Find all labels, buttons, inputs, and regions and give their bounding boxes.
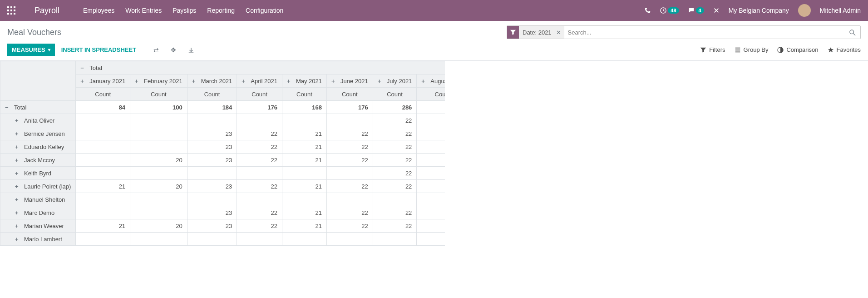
pivot-cell	[373, 233, 417, 246]
nav-menu-employees[interactable]: Employees	[83, 7, 114, 14]
pivot-cell	[76, 193, 130, 206]
expand-icon[interactable]: +	[15, 183, 21, 190]
favorites-button[interactable]: Favorites	[828, 46, 861, 53]
measures-button[interactable]: MEASURES	[7, 44, 55, 56]
col-month-header[interactable]: +August 2021	[417, 74, 445, 88]
row-header[interactable]: +Keith Byrd	[0, 167, 76, 180]
avatar[interactable]	[798, 4, 811, 17]
col-month-header[interactable]: +July 2021	[373, 74, 417, 88]
search-facet: Date: 2021 ✕	[507, 26, 564, 39]
pivot-cell: 23	[187, 219, 237, 233]
phone-icon[interactable]	[645, 7, 651, 14]
count-header: Count	[326, 88, 373, 101]
pivot-cell: 22	[373, 154, 417, 167]
pivot-cell: 22	[237, 127, 282, 140]
pivot-cell: 286	[373, 101, 417, 114]
flip-axis-icon[interactable]: ⇄	[150, 45, 163, 55]
expand-icon[interactable]: +	[15, 170, 21, 177]
expand-icon[interactable]: +	[15, 157, 21, 164]
row-header[interactable]: +Marian Weaver	[0, 219, 76, 233]
expand-icon[interactable]: +	[15, 117, 21, 124]
col-month-header[interactable]: +February 2021	[130, 74, 187, 88]
comparison-button[interactable]: Comparison	[777, 46, 818, 53]
col-month-header[interactable]: +April 2021	[237, 74, 282, 88]
nav-menu-payslips[interactable]: Payslips	[173, 7, 196, 14]
row-header[interactable]: +Anita Oliver	[0, 114, 76, 127]
pivot-cell: 176	[326, 101, 373, 114]
collapse-icon[interactable]: −	[80, 65, 87, 71]
close-tray-icon[interactable]	[713, 7, 720, 14]
activity-icon[interactable]: 48	[660, 7, 679, 14]
nav-menu-reporting[interactable]: Reporting	[207, 7, 235, 14]
row-header[interactable]: +Mario Lambert	[0, 233, 76, 246]
expand-icon[interactable]: +	[378, 78, 384, 84]
activity-badge: 48	[668, 7, 679, 14]
pivot-cell	[130, 127, 187, 140]
pivot-cell: 21	[282, 219, 326, 233]
expand-icon[interactable]: +	[331, 78, 338, 84]
filters-button[interactable]: Filters	[700, 46, 725, 53]
expand-icon[interactable]: +	[15, 130, 21, 137]
expand-icon[interactable]: +	[15, 209, 21, 216]
col-month-header[interactable]: +May 2021	[282, 74, 326, 88]
expand-all-icon[interactable]: ✥	[167, 45, 180, 55]
search-input[interactable]	[564, 27, 845, 38]
app-title[interactable]: Payroll	[35, 6, 59, 15]
pivot-cell: 22	[237, 206, 282, 219]
col-month-header[interactable]: +January 2021	[76, 74, 130, 88]
expand-icon[interactable]: +	[15, 144, 21, 150]
facet-remove-icon[interactable]: ✕	[555, 29, 564, 36]
col-total-header[interactable]: −Total	[76, 61, 445, 74]
row-header[interactable]: +Laurie Poiret (lap)	[0, 180, 76, 193]
download-icon[interactable]	[184, 44, 198, 55]
pivot-cell: 22	[417, 180, 445, 193]
apps-icon[interactable]	[7, 6, 15, 15]
col-month-header[interactable]: +March 2021	[187, 74, 237, 88]
pivot-cell: 22	[373, 114, 417, 127]
expand-icon[interactable]: +	[135, 78, 141, 84]
expand-icon[interactable]: +	[15, 236, 21, 243]
pivot-cell: 22	[373, 206, 417, 219]
expand-icon[interactable]: +	[15, 223, 21, 229]
group-by-button[interactable]: Group By	[735, 46, 769, 53]
search-icon[interactable]	[845, 29, 860, 36]
pivot-cell	[187, 193, 237, 206]
row-header[interactable]: +Marc Demo	[0, 206, 76, 219]
expand-icon[interactable]: +	[80, 78, 87, 84]
row-header[interactable]: +Bernice Jensen	[0, 127, 76, 140]
breadcrumb: Meal Vouchers	[7, 28, 61, 37]
user-menu[interactable]: Mitchell Admin	[820, 7, 861, 14]
pivot-cell	[326, 114, 373, 127]
facet-label: Date: 2021	[519, 29, 555, 36]
cp-search-buttons: Filters Group By Comparison Favorites	[700, 46, 861, 53]
expand-icon[interactable]: +	[15, 196, 21, 203]
pivot-cell: 23	[187, 206, 237, 219]
pivot-cell: 23	[187, 127, 237, 140]
row-header[interactable]: +Manuel Shelton	[0, 193, 76, 206]
pivot-cell	[326, 167, 373, 180]
pivot-cell: 22	[417, 154, 445, 167]
nav-menu-configuration[interactable]: Configuration	[246, 7, 283, 14]
row-header[interactable]: +Jack Mccoy	[0, 154, 76, 167]
pivot-cell: 100	[130, 101, 187, 114]
chat-badge: 4	[696, 7, 704, 14]
chat-icon[interactable]: 4	[688, 7, 704, 14]
row-total-header[interactable]: −Total	[0, 101, 76, 114]
pivot-cell: 84	[76, 101, 130, 114]
pivot-cell	[76, 167, 130, 180]
comparison-label: Comparison	[786, 46, 818, 53]
pivot-cell	[237, 193, 282, 206]
expand-icon[interactable]: +	[287, 78, 293, 84]
col-month-header[interactable]: +June 2021	[326, 74, 373, 88]
company-switcher[interactable]: My Belgian Company	[729, 7, 789, 14]
expand-icon[interactable]: +	[242, 78, 248, 84]
expand-icon[interactable]: +	[192, 78, 198, 84]
row-header[interactable]: +Eduardo Kelley	[0, 140, 76, 154]
pivot-cell: 15	[417, 114, 445, 127]
pivot-cell: 22	[237, 154, 282, 167]
expand-icon[interactable]: +	[421, 78, 428, 84]
insert-spreadsheet-button[interactable]: INSERT IN SPREADSHEET	[59, 44, 138, 56]
nav-menu-work-entries[interactable]: Work Entries	[125, 7, 162, 14]
collapse-icon[interactable]: −	[5, 104, 11, 111]
svg-point-1	[850, 30, 854, 34]
